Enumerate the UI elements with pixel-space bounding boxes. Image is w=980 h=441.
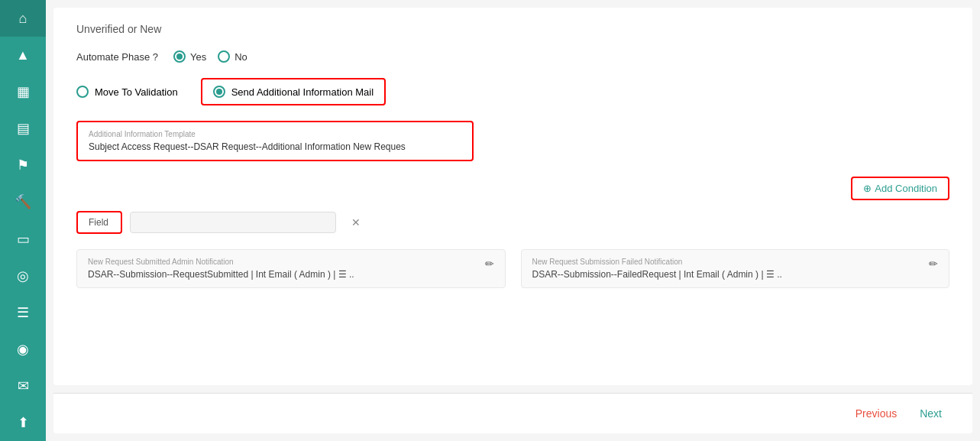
radio-no-circle[interactable] <box>218 50 230 63</box>
automate-phase-label: Automate Phase ? <box>76 51 158 63</box>
sidebar-item-upload[interactable]: ⬆ <box>0 404 46 441</box>
radio-yes[interactable]: Yes <box>173 50 206 63</box>
send-additional-mail-label: Send Additional Information Mail <box>231 86 374 98</box>
move-to-validation-label: Move To Validation <box>95 86 178 98</box>
radio-no[interactable]: No <box>218 50 247 63</box>
radio-group-automate: Yes No <box>173 50 247 63</box>
page-header: Unverified or New <box>76 23 949 35</box>
field-input[interactable] <box>130 212 336 233</box>
automate-phase-row: Automate Phase ? Yes No <box>76 50 949 63</box>
notification-card-2-content: New Request Submission Failed Notificati… <box>532 258 782 280</box>
add-condition-label: Add Condition <box>875 183 937 194</box>
send-additional-mail-option[interactable]: Send Additional Information Mail <box>201 78 386 105</box>
radio-yes-circle[interactable] <box>173 50 186 63</box>
sidebar-item-grid[interactable]: ▦ <box>0 73 46 110</box>
sidebar-item-inbox[interactable]: ▭ <box>0 220 46 257</box>
move-to-validation-radio[interactable] <box>76 86 89 98</box>
template-label: Additional Information Template <box>89 130 461 138</box>
plus-icon: ⊕ <box>863 183 872 194</box>
sidebar-item-mail[interactable]: ✉ <box>0 368 46 404</box>
notification-1-title: New Request Submitted Admin Notification <box>88 258 354 266</box>
sidebar-item-document[interactable]: ▤ <box>0 110 46 147</box>
notification-1-edit-icon[interactable]: ✏ <box>485 258 494 270</box>
field-clear-icon[interactable]: ✕ <box>351 216 361 229</box>
main-area: Unverified or New Automate Phase ? Yes N… <box>46 0 980 441</box>
next-button[interactable]: Next <box>912 403 949 424</box>
template-section: Additional Information Template Subject … <box>76 121 474 161</box>
send-additional-mail-radio[interactable] <box>213 86 225 98</box>
sidebar: ⌂ ▲ ▦ ▤ ⚑ 🔨 ▭ ◎ ☰ ◉ ✉ ⬆ <box>0 0 46 441</box>
template-value[interactable]: Subject Access Request--DSAR Request--Ad… <box>89 141 461 152</box>
notification-card-1: New Request Submitted Admin Notification… <box>76 249 506 288</box>
notification-2-edit-icon[interactable]: ✏ <box>929 258 938 270</box>
sidebar-item-disc[interactable]: ◉ <box>0 331 46 368</box>
notification-2-title: New Request Submission Failed Notificati… <box>532 258 782 266</box>
mail-options-row: Move To Validation Send Additional Infor… <box>76 78 949 105</box>
sidebar-item-hammer[interactable]: 🔨 <box>0 183 46 220</box>
field-box[interactable]: Field <box>76 211 122 234</box>
notification-card-2: New Request Submission Failed Notificati… <box>521 249 950 288</box>
sidebar-item-chart[interactable]: ▲ <box>0 37 46 73</box>
footer: Previous Next <box>53 393 972 433</box>
move-to-validation-option[interactable]: Move To Validation <box>76 86 178 98</box>
sidebar-item-flag[interactable]: ⚑ <box>0 147 46 183</box>
add-condition-row: ⊕ Add Condition <box>76 177 949 200</box>
radio-no-label: No <box>234 51 247 63</box>
content-area: Unverified or New Automate Phase ? Yes N… <box>53 8 972 385</box>
add-condition-button[interactable]: ⊕ Add Condition <box>851 177 949 200</box>
notification-1-value: DSAR--Submission--RequestSubmitted | Int… <box>88 269 354 280</box>
previous-button[interactable]: Previous <box>848 403 904 424</box>
sidebar-item-list[interactable]: ☰ <box>0 294 46 331</box>
notification-2-value: DSAR--Submission--FailedRequest | Int Em… <box>532 269 782 280</box>
sidebar-item-lifesaver[interactable]: ◎ <box>0 258 46 294</box>
notification-cards: New Request Submitted Admin Notification… <box>76 249 949 288</box>
field-row: Field ✕ <box>76 211 949 234</box>
radio-yes-label: Yes <box>190 51 206 63</box>
notification-card-1-content: New Request Submitted Admin Notification… <box>88 258 354 280</box>
sidebar-item-home[interactable]: ⌂ <box>0 0 46 37</box>
